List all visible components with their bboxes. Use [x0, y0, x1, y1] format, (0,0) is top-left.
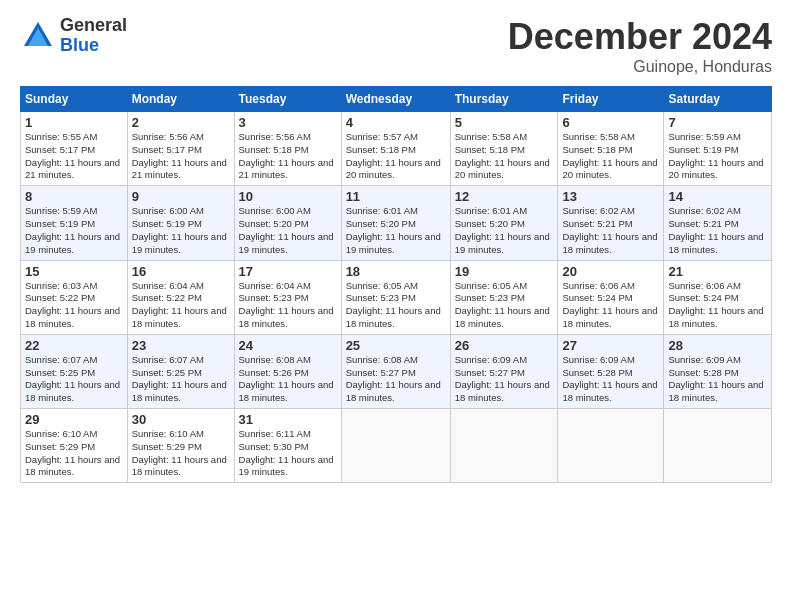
calendar-cell: 18Sunrise: 6:05 AMSunset: 5:23 PMDayligh… — [341, 260, 450, 334]
day-number: 7 — [668, 115, 767, 130]
day-number: 3 — [239, 115, 337, 130]
day-number: 16 — [132, 264, 230, 279]
day-number: 8 — [25, 189, 123, 204]
calendar-cell: 19Sunrise: 6:05 AMSunset: 5:23 PMDayligh… — [450, 260, 558, 334]
day-number: 13 — [562, 189, 659, 204]
calendar-cell: 11Sunrise: 6:01 AMSunset: 5:20 PMDayligh… — [341, 186, 450, 260]
day-info: Sunrise: 5:59 AMSunset: 5:19 PMDaylight:… — [668, 131, 763, 180]
day-number: 28 — [668, 338, 767, 353]
weekday-header-wednesday: Wednesday — [341, 87, 450, 112]
day-info: Sunrise: 6:00 AMSunset: 5:19 PMDaylight:… — [132, 205, 227, 254]
day-info: Sunrise: 6:02 AMSunset: 5:21 PMDaylight:… — [562, 205, 657, 254]
day-info: Sunrise: 6:00 AMSunset: 5:20 PMDaylight:… — [239, 205, 334, 254]
calendar-cell: 23Sunrise: 6:07 AMSunset: 5:25 PMDayligh… — [127, 334, 234, 408]
calendar-cell: 21Sunrise: 6:06 AMSunset: 5:24 PMDayligh… — [664, 260, 772, 334]
calendar-cell — [558, 409, 664, 483]
day-number: 30 — [132, 412, 230, 427]
day-number: 1 — [25, 115, 123, 130]
calendar-cell: 3Sunrise: 5:56 AMSunset: 5:18 PMDaylight… — [234, 112, 341, 186]
weekday-header-saturday: Saturday — [664, 87, 772, 112]
day-info: Sunrise: 5:58 AMSunset: 5:18 PMDaylight:… — [455, 131, 550, 180]
calendar-cell: 25Sunrise: 6:08 AMSunset: 5:27 PMDayligh… — [341, 334, 450, 408]
calendar-cell — [341, 409, 450, 483]
day-info: Sunrise: 6:09 AMSunset: 5:28 PMDaylight:… — [562, 354, 657, 403]
day-info: Sunrise: 5:56 AMSunset: 5:17 PMDaylight:… — [132, 131, 227, 180]
calendar: SundayMondayTuesdayWednesdayThursdayFrid… — [20, 86, 772, 483]
page: General Blue December 2024 Guinope, Hond… — [0, 0, 792, 612]
day-number: 27 — [562, 338, 659, 353]
day-info: Sunrise: 6:01 AMSunset: 5:20 PMDaylight:… — [346, 205, 441, 254]
day-info: Sunrise: 5:57 AMSunset: 5:18 PMDaylight:… — [346, 131, 441, 180]
calendar-cell: 4Sunrise: 5:57 AMSunset: 5:18 PMDaylight… — [341, 112, 450, 186]
calendar-cell: 12Sunrise: 6:01 AMSunset: 5:20 PMDayligh… — [450, 186, 558, 260]
calendar-cell — [664, 409, 772, 483]
calendar-cell: 29Sunrise: 6:10 AMSunset: 5:29 PMDayligh… — [21, 409, 128, 483]
calendar-cell: 24Sunrise: 6:08 AMSunset: 5:26 PMDayligh… — [234, 334, 341, 408]
calendar-cell: 26Sunrise: 6:09 AMSunset: 5:27 PMDayligh… — [450, 334, 558, 408]
calendar-cell: 13Sunrise: 6:02 AMSunset: 5:21 PMDayligh… — [558, 186, 664, 260]
logo-text: General Blue — [60, 16, 127, 56]
weekday-header-row: SundayMondayTuesdayWednesdayThursdayFrid… — [21, 87, 772, 112]
calendar-cell: 28Sunrise: 6:09 AMSunset: 5:28 PMDayligh… — [664, 334, 772, 408]
day-number: 31 — [239, 412, 337, 427]
day-number: 17 — [239, 264, 337, 279]
calendar-cell: 20Sunrise: 6:06 AMSunset: 5:24 PMDayligh… — [558, 260, 664, 334]
header: General Blue December 2024 Guinope, Hond… — [20, 16, 772, 76]
day-info: Sunrise: 6:07 AMSunset: 5:25 PMDaylight:… — [25, 354, 120, 403]
weekday-header-monday: Monday — [127, 87, 234, 112]
weekday-header-thursday: Thursday — [450, 87, 558, 112]
weekday-header-friday: Friday — [558, 87, 664, 112]
day-info: Sunrise: 6:10 AMSunset: 5:29 PMDaylight:… — [25, 428, 120, 477]
week-row-4: 22Sunrise: 6:07 AMSunset: 5:25 PMDayligh… — [21, 334, 772, 408]
logo-blue: Blue — [60, 36, 127, 56]
day-info: Sunrise: 6:01 AMSunset: 5:20 PMDaylight:… — [455, 205, 550, 254]
day-info: Sunrise: 6:07 AMSunset: 5:25 PMDaylight:… — [132, 354, 227, 403]
calendar-cell: 31Sunrise: 6:11 AMSunset: 5:30 PMDayligh… — [234, 409, 341, 483]
day-number: 9 — [132, 189, 230, 204]
calendar-cell: 2Sunrise: 5:56 AMSunset: 5:17 PMDaylight… — [127, 112, 234, 186]
day-number: 19 — [455, 264, 554, 279]
day-number: 6 — [562, 115, 659, 130]
day-number: 15 — [25, 264, 123, 279]
day-info: Sunrise: 5:59 AMSunset: 5:19 PMDaylight:… — [25, 205, 120, 254]
calendar-cell: 22Sunrise: 6:07 AMSunset: 5:25 PMDayligh… — [21, 334, 128, 408]
calendar-cell: 8Sunrise: 5:59 AMSunset: 5:19 PMDaylight… — [21, 186, 128, 260]
calendar-cell: 17Sunrise: 6:04 AMSunset: 5:23 PMDayligh… — [234, 260, 341, 334]
day-info: Sunrise: 6:04 AMSunset: 5:23 PMDaylight:… — [239, 280, 334, 329]
calendar-cell: 30Sunrise: 6:10 AMSunset: 5:29 PMDayligh… — [127, 409, 234, 483]
calendar-cell: 16Sunrise: 6:04 AMSunset: 5:22 PMDayligh… — [127, 260, 234, 334]
week-row-3: 15Sunrise: 6:03 AMSunset: 5:22 PMDayligh… — [21, 260, 772, 334]
day-number: 10 — [239, 189, 337, 204]
calendar-cell: 6Sunrise: 5:58 AMSunset: 5:18 PMDaylight… — [558, 112, 664, 186]
weekday-header-sunday: Sunday — [21, 87, 128, 112]
calendar-cell — [450, 409, 558, 483]
calendar-cell: 14Sunrise: 6:02 AMSunset: 5:21 PMDayligh… — [664, 186, 772, 260]
day-info: Sunrise: 6:06 AMSunset: 5:24 PMDaylight:… — [562, 280, 657, 329]
week-row-1: 1Sunrise: 5:55 AMSunset: 5:17 PMDaylight… — [21, 112, 772, 186]
day-info: Sunrise: 6:08 AMSunset: 5:26 PMDaylight:… — [239, 354, 334, 403]
day-number: 2 — [132, 115, 230, 130]
day-number: 23 — [132, 338, 230, 353]
day-number: 20 — [562, 264, 659, 279]
day-number: 4 — [346, 115, 446, 130]
day-info: Sunrise: 6:06 AMSunset: 5:24 PMDaylight:… — [668, 280, 763, 329]
day-info: Sunrise: 6:09 AMSunset: 5:28 PMDaylight:… — [668, 354, 763, 403]
title-area: December 2024 Guinope, Honduras — [508, 16, 772, 76]
week-row-5: 29Sunrise: 6:10 AMSunset: 5:29 PMDayligh… — [21, 409, 772, 483]
calendar-cell: 5Sunrise: 5:58 AMSunset: 5:18 PMDaylight… — [450, 112, 558, 186]
day-info: Sunrise: 6:05 AMSunset: 5:23 PMDaylight:… — [346, 280, 441, 329]
day-number: 18 — [346, 264, 446, 279]
day-info: Sunrise: 6:04 AMSunset: 5:22 PMDaylight:… — [132, 280, 227, 329]
day-info: Sunrise: 5:56 AMSunset: 5:18 PMDaylight:… — [239, 131, 334, 180]
day-number: 5 — [455, 115, 554, 130]
day-info: Sunrise: 6:09 AMSunset: 5:27 PMDaylight:… — [455, 354, 550, 403]
day-number: 14 — [668, 189, 767, 204]
week-row-2: 8Sunrise: 5:59 AMSunset: 5:19 PMDaylight… — [21, 186, 772, 260]
day-info: Sunrise: 6:05 AMSunset: 5:23 PMDaylight:… — [455, 280, 550, 329]
day-info: Sunrise: 5:55 AMSunset: 5:17 PMDaylight:… — [25, 131, 120, 180]
day-number: 29 — [25, 412, 123, 427]
calendar-cell: 27Sunrise: 6:09 AMSunset: 5:28 PMDayligh… — [558, 334, 664, 408]
day-info: Sunrise: 6:08 AMSunset: 5:27 PMDaylight:… — [346, 354, 441, 403]
day-number: 11 — [346, 189, 446, 204]
day-info: Sunrise: 6:10 AMSunset: 5:29 PMDaylight:… — [132, 428, 227, 477]
